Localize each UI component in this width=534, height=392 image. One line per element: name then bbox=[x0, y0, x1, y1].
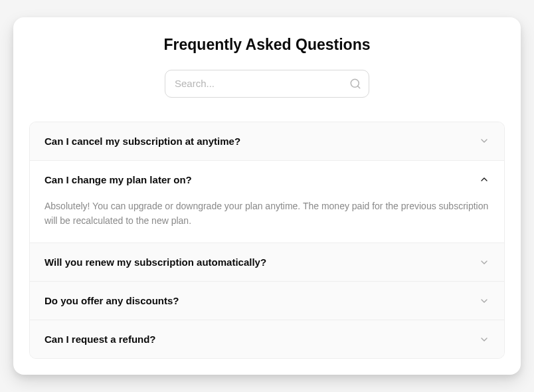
chevron-up-icon bbox=[479, 174, 490, 185]
faq-list: Can I cancel my subscription at anytime?… bbox=[29, 122, 505, 359]
faq-question: Can I cancel my subscription at anytime? bbox=[44, 136, 240, 147]
faq-toggle[interactable]: Will you renew my subscription automatic… bbox=[30, 243, 504, 281]
faq-item: Will you renew my subscription automatic… bbox=[30, 243, 504, 282]
faq-toggle[interactable]: Can I cancel my subscription at anytime? bbox=[30, 122, 504, 160]
chevron-down-icon bbox=[479, 257, 490, 268]
chevron-down-icon bbox=[479, 296, 490, 306]
faq-toggle[interactable]: Do you offer any discounts? bbox=[30, 282, 504, 320]
svg-line-1 bbox=[357, 86, 359, 88]
search-container bbox=[29, 70, 505, 98]
search-icon bbox=[349, 78, 361, 90]
faq-item: Can I request a refund? bbox=[30, 320, 504, 358]
faq-toggle[interactable]: Can I change my plan later on? bbox=[30, 161, 504, 199]
chevron-down-icon bbox=[479, 136, 490, 146]
faq-question: Do you offer any discounts? bbox=[44, 295, 179, 306]
faq-answer: Absolutely! You can upgrade or downgrade… bbox=[30, 199, 504, 243]
chevron-down-icon bbox=[479, 334, 490, 345]
search-box bbox=[165, 70, 369, 98]
search-input[interactable] bbox=[165, 70, 369, 98]
faq-question: Can I request a refund? bbox=[44, 334, 156, 345]
faq-toggle[interactable]: Can I request a refund? bbox=[30, 320, 504, 358]
faq-item: Can I change my plan later on? Absolutel… bbox=[30, 161, 504, 244]
faq-item: Do you offer any discounts? bbox=[30, 282, 504, 320]
faq-question: Can I change my plan later on? bbox=[44, 174, 192, 185]
faq-question: Will you renew my subscription automatic… bbox=[44, 256, 266, 268]
faq-item: Can I cancel my subscription at anytime? bbox=[30, 122, 504, 161]
page-title: Frequently Asked Questions bbox=[29, 36, 505, 54]
faq-card: Frequently Asked Questions Can I cancel … bbox=[13, 17, 521, 375]
